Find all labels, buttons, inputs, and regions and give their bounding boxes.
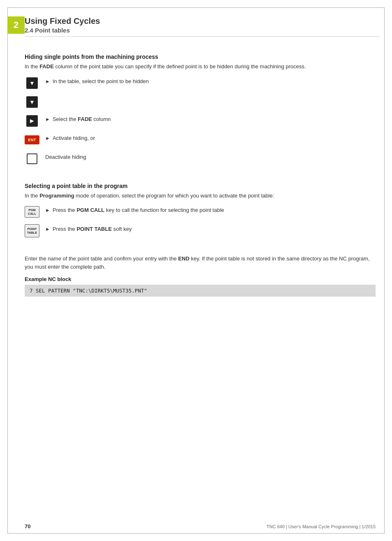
step-row-pgm: PGM CALL ►Press the PGM CALL key to call… <box>25 204 376 219</box>
key-icon-down-1: ▼ <box>25 76 39 91</box>
header-area: Using Fixed Cycles 2.4 Point tables <box>25 16 380 37</box>
step-text-4: ►Activate hiding, or <box>45 132 95 142</box>
section1-intro: In the FADE column of the point table yo… <box>25 63 376 71</box>
key-icon-square <box>25 151 39 166</box>
steps-container-1: ▼ ►In the table, select the point to be … <box>25 76 376 170</box>
key-icon-down-2: ▼ <box>25 95 39 109</box>
right-arrow-key: ► <box>26 115 38 127</box>
chapter-title: Using Fixed Cycles <box>25 16 380 26</box>
step-row-1: ▼ ►In the table, select the point to be … <box>25 76 376 91</box>
step-row-3: ► ►Select the FADE column <box>25 114 376 128</box>
bullet-pgm: ► <box>45 207 50 213</box>
main-content: Hiding single points from the machining … <box>25 53 376 297</box>
pgm-call-line1: PGM <box>28 208 35 212</box>
point-table-key: POINT TABLE <box>25 224 39 237</box>
pgm-call-key: PGM CALL <box>25 206 39 218</box>
section2-intro: In the Programming mode of operation, se… <box>25 192 376 200</box>
step-text-3: ►Select the FADE column <box>45 114 111 123</box>
footer: 70 TNC 640 | User's Manual Cycle Program… <box>25 523 376 529</box>
section2: Selecting a point table in the program I… <box>25 183 376 297</box>
example-heading: Example NC block <box>25 276 376 282</box>
ent-key: ENT <box>25 135 39 144</box>
bullet-3: ► <box>45 116 50 122</box>
key-icon-pgm: PGM CALL <box>25 204 39 219</box>
chapter-number: 2 <box>14 20 18 30</box>
code-block: 7 SEL PATTERN "TNC:\DIRKT5\MUST35.PNT" <box>25 285 376 297</box>
section1-heading: Hiding single points from the machining … <box>25 53 376 60</box>
key-icon-right: ► <box>25 114 39 128</box>
key-icon-point-table: POINT TABLE <box>25 223 39 238</box>
step-row-5: Deactivate hiding <box>25 151 376 166</box>
step-text-pgm: ►Press the PGM CALL key to call the func… <box>45 204 224 214</box>
step-text-5: Deactivate hiding <box>45 151 86 161</box>
section-subtitle: 2.4 Point tables <box>25 27 380 37</box>
step-row-point-table: POINT TABLE ►Press the POINT TABLE soft … <box>25 223 376 238</box>
bullet-4: ► <box>45 135 50 141</box>
page-border-right <box>384 7 385 534</box>
point-table-line2: TABLE <box>27 231 37 235</box>
section2-heading: Selecting a point table in the program <box>25 183 376 189</box>
point-table-line1: POINT <box>28 227 37 231</box>
page-border-top <box>7 7 385 8</box>
bullet-1: ► <box>45 79 50 84</box>
step-text-1: ►In the table, select the point to be hi… <box>45 76 149 86</box>
bullet-point-table: ► <box>45 226 50 232</box>
page-number: 70 <box>25 523 30 529</box>
down-arrow-key-1: ▼ <box>26 77 38 89</box>
step-row-2: ▼ <box>25 95 376 109</box>
down-arrow-key-2: ▼ <box>26 96 38 108</box>
key-icon-ent: ENT <box>25 132 39 147</box>
paragraph1: Enter the name of the point table and co… <box>25 255 376 271</box>
pgm-call-line2: CALL <box>28 212 36 216</box>
empty-square-key <box>27 153 37 164</box>
step-row-4: ENT ►Activate hiding, or <box>25 132 376 147</box>
chapter-tab: 2 <box>7 16 25 34</box>
steps-container-2: PGM CALL ►Press the PGM CALL key to call… <box>25 204 376 242</box>
footer-text: TNC 640 | User's Manual Cycle Programmin… <box>267 524 376 529</box>
page-border-bottom <box>7 533 385 534</box>
page-border-left <box>7 7 8 534</box>
section1: Hiding single points from the machining … <box>25 53 376 170</box>
step-text-point-table: ►Press the POINT TABLE soft key <box>45 223 132 233</box>
